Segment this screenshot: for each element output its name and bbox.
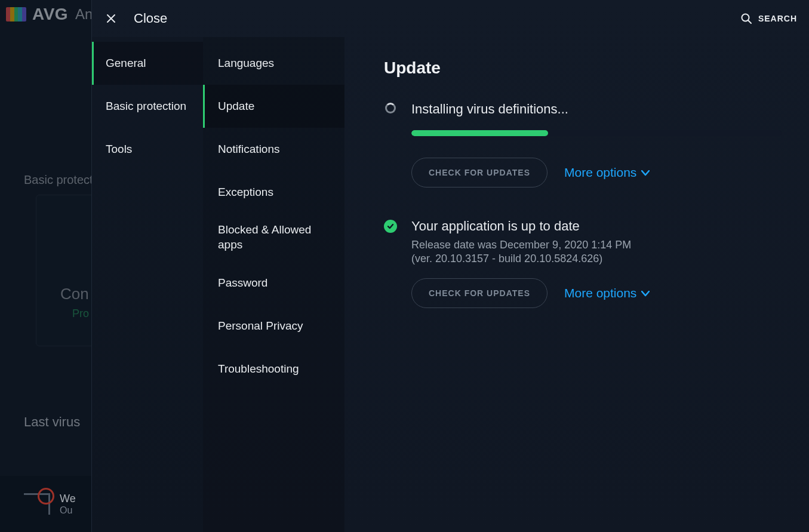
sidebar-item-label: Basic protection [106, 100, 186, 113]
close-icon [106, 14, 116, 23]
sidebar-item-label: General [106, 57, 146, 70]
definitions-status-text: Installing virus definitions... [411, 102, 783, 117]
sidebar-item-notifications[interactable]: Notifications [203, 128, 344, 171]
check-updates-definitions-button[interactable]: CHECK FOR UPDATES [411, 158, 547, 187]
close-label: Close [134, 11, 167, 26]
spinner-icon [385, 103, 396, 113]
search-label: SEARCH [758, 14, 797, 23]
more-options-application[interactable]: More options [564, 286, 650, 300]
brand: AVG Ant [6, 5, 97, 24]
avg-logo-icon [6, 7, 26, 21]
search-icon [740, 13, 752, 24]
sidebar-item-label: Languages [218, 56, 274, 71]
sidebar-item-troubleshooting[interactable]: Troubleshooting [203, 348, 344, 390]
sidebar-item-update[interactable]: Update [203, 85, 344, 128]
sidebar-item-label: Exceptions [218, 185, 273, 200]
application-status-row: Your application is up to date Release d… [384, 219, 783, 265]
sidebar-item-languages[interactable]: Languages [203, 42, 344, 85]
chevron-down-icon [641, 291, 650, 297]
check-circle-icon [384, 220, 397, 233]
application-version-line: (ver. 20.10.3157 - build 20.10.5824.626) [411, 253, 783, 265]
sidebar-item-label: Personal Privacy [218, 319, 303, 334]
application-release-line: Release date was December 9, 2020 1:14 P… [411, 239, 783, 251]
definitions-progress [411, 130, 782, 136]
sidebar-primary: General Basic protection Tools [92, 37, 203, 532]
more-options-definitions-label: More options [564, 165, 636, 180]
check-updates-application-button[interactable]: CHECK FOR UPDATES [411, 278, 547, 308]
alert-outline-icon [24, 493, 50, 515]
settings-panel: Close SEARCH General Basic protection To… [91, 0, 809, 532]
bg-basic-protection-label: Basic protect [24, 173, 93, 187]
bg-last-virus-label: Last virus [24, 414, 80, 430]
panel-topbar: Close SEARCH [92, 0, 809, 37]
page-title: Update [384, 59, 783, 78]
chevron-down-icon [641, 170, 650, 176]
sidebar-item-exceptions[interactable]: Exceptions [203, 171, 344, 214]
bg-card-title: Con [60, 285, 89, 303]
more-options-application-label: More options [564, 286, 636, 300]
sidebar-item-tools[interactable]: Tools [92, 128, 203, 171]
sidebar-item-label: Tools [106, 143, 132, 156]
sidebar-item-label: Update [218, 99, 254, 114]
bg-card-subtitle: Pro [72, 307, 89, 320]
close-button[interactable] [100, 8, 122, 29]
sidebar-item-label: Password [218, 276, 267, 291]
svg-point-0 [742, 14, 749, 21]
search-button[interactable]: SEARCH [740, 13, 797, 24]
bg-footer-line2: Ou [60, 505, 76, 516]
sidebar-item-label: Troubleshooting [218, 362, 299, 377]
sidebar-item-password[interactable]: Password [203, 262, 344, 305]
sidebar-item-personal-privacy[interactable]: Personal Privacy [203, 305, 344, 348]
application-status-text: Your application is up to date [411, 219, 783, 234]
bg-footer-line1: We [60, 493, 76, 505]
content-area: Update Installing virus definitions... C… [344, 37, 809, 532]
sidebar-item-basic-protection[interactable]: Basic protection [92, 85, 203, 128]
sidebar-item-blocked-allowed[interactable]: Blocked & Allowed apps [203, 214, 344, 262]
sidebar-secondary: Languages Update Notifications Exception… [203, 37, 344, 532]
definitions-progress-bar [411, 130, 548, 136]
definitions-status-row: Installing virus definitions... [384, 102, 783, 117]
more-options-definitions[interactable]: More options [564, 165, 650, 180]
brand-name: AVG [32, 5, 68, 24]
sidebar-item-label: Blocked & Allowed apps [218, 223, 331, 252]
sidebar-item-label: Notifications [218, 142, 280, 157]
sidebar-item-general[interactable]: General [92, 42, 203, 85]
